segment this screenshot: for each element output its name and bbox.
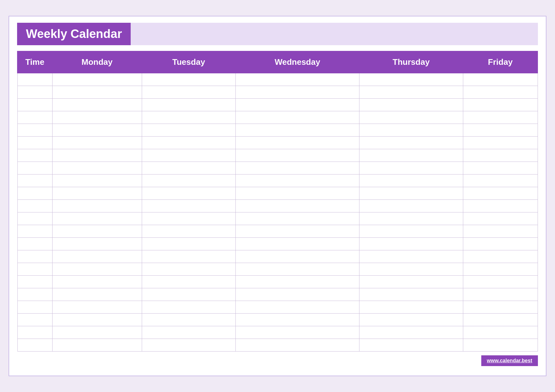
- table-cell[interactable]: [235, 212, 359, 225]
- table-cell[interactable]: [359, 149, 463, 162]
- table-cell[interactable]: [235, 288, 359, 301]
- table-cell[interactable]: [17, 326, 52, 339]
- table-cell[interactable]: [463, 250, 538, 263]
- table-cell[interactable]: [463, 73, 538, 86]
- table-cell[interactable]: [359, 288, 463, 301]
- table-cell[interactable]: [359, 187, 463, 199]
- table-cell[interactable]: [142, 162, 235, 174]
- table-cell[interactable]: [17, 98, 52, 111]
- table-cell[interactable]: [17, 136, 52, 149]
- table-cell[interactable]: [52, 174, 142, 187]
- table-cell[interactable]: [142, 73, 235, 86]
- footer-link[interactable]: www.calendar.best: [481, 355, 538, 366]
- table-cell[interactable]: [235, 339, 359, 351]
- table-cell[interactable]: [359, 250, 463, 263]
- table-cell[interactable]: [359, 98, 463, 111]
- table-cell[interactable]: [359, 136, 463, 149]
- table-cell[interactable]: [463, 339, 538, 351]
- table-cell[interactable]: [17, 73, 52, 86]
- table-cell[interactable]: [52, 212, 142, 225]
- table-cell[interactable]: [463, 98, 538, 111]
- table-cell[interactable]: [359, 263, 463, 275]
- table-cell[interactable]: [142, 187, 235, 199]
- table-cell[interactable]: [52, 187, 142, 199]
- table-cell[interactable]: [463, 111, 538, 124]
- table-cell[interactable]: [52, 111, 142, 124]
- table-cell[interactable]: [235, 73, 359, 86]
- table-cell[interactable]: [52, 263, 142, 275]
- table-cell[interactable]: [235, 263, 359, 275]
- table-cell[interactable]: [235, 275, 359, 288]
- table-cell[interactable]: [17, 149, 52, 162]
- table-cell[interactable]: [142, 212, 235, 225]
- table-cell[interactable]: [235, 174, 359, 187]
- table-cell[interactable]: [235, 162, 359, 174]
- table-cell[interactable]: [463, 288, 538, 301]
- table-cell[interactable]: [359, 301, 463, 313]
- table-cell[interactable]: [359, 326, 463, 339]
- table-cell[interactable]: [52, 98, 142, 111]
- table-cell[interactable]: [235, 149, 359, 162]
- table-cell[interactable]: [52, 136, 142, 149]
- table-cell[interactable]: [52, 313, 142, 326]
- table-cell[interactable]: [463, 124, 538, 136]
- table-cell[interactable]: [235, 301, 359, 313]
- table-cell[interactable]: [142, 288, 235, 301]
- table-cell[interactable]: [17, 212, 52, 225]
- table-cell[interactable]: [142, 263, 235, 275]
- table-cell[interactable]: [142, 174, 235, 187]
- table-cell[interactable]: [359, 225, 463, 237]
- table-cell[interactable]: [17, 250, 52, 263]
- table-cell[interactable]: [463, 263, 538, 275]
- table-cell[interactable]: [17, 301, 52, 313]
- table-cell[interactable]: [463, 275, 538, 288]
- table-cell[interactable]: [142, 136, 235, 149]
- table-cell[interactable]: [359, 275, 463, 288]
- table-cell[interactable]: [235, 250, 359, 263]
- table-cell[interactable]: [235, 313, 359, 326]
- table-cell[interactable]: [17, 288, 52, 301]
- table-cell[interactable]: [17, 174, 52, 187]
- table-cell[interactable]: [463, 149, 538, 162]
- table-cell[interactable]: [463, 301, 538, 313]
- table-cell[interactable]: [235, 98, 359, 111]
- table-cell[interactable]: [463, 212, 538, 225]
- table-cell[interactable]: [142, 275, 235, 288]
- table-cell[interactable]: [17, 162, 52, 174]
- table-cell[interactable]: [52, 301, 142, 313]
- table-cell[interactable]: [463, 225, 538, 237]
- table-cell[interactable]: [463, 86, 538, 98]
- table-cell[interactable]: [463, 162, 538, 174]
- table-cell[interactable]: [359, 199, 463, 212]
- table-cell[interactable]: [52, 237, 142, 250]
- table-cell[interactable]: [235, 124, 359, 136]
- table-cell[interactable]: [52, 162, 142, 174]
- table-cell[interactable]: [52, 250, 142, 263]
- table-cell[interactable]: [359, 212, 463, 225]
- table-cell[interactable]: [142, 98, 235, 111]
- table-cell[interactable]: [52, 86, 142, 98]
- table-cell[interactable]: [463, 237, 538, 250]
- table-cell[interactable]: [17, 225, 52, 237]
- table-cell[interactable]: [17, 86, 52, 98]
- table-cell[interactable]: [142, 149, 235, 162]
- table-cell[interactable]: [17, 275, 52, 288]
- table-cell[interactable]: [52, 73, 142, 86]
- table-cell[interactable]: [52, 275, 142, 288]
- table-cell[interactable]: [52, 149, 142, 162]
- table-cell[interactable]: [235, 111, 359, 124]
- table-cell[interactable]: [235, 86, 359, 98]
- table-cell[interactable]: [235, 187, 359, 199]
- table-cell[interactable]: [463, 187, 538, 199]
- table-cell[interactable]: [142, 225, 235, 237]
- table-cell[interactable]: [17, 237, 52, 250]
- table-cell[interactable]: [463, 136, 538, 149]
- table-cell[interactable]: [142, 250, 235, 263]
- table-cell[interactable]: [52, 225, 142, 237]
- table-cell[interactable]: [17, 263, 52, 275]
- table-cell[interactable]: [142, 86, 235, 98]
- table-cell[interactable]: [142, 237, 235, 250]
- table-cell[interactable]: [17, 199, 52, 212]
- table-cell[interactable]: [17, 111, 52, 124]
- table-cell[interactable]: [235, 225, 359, 237]
